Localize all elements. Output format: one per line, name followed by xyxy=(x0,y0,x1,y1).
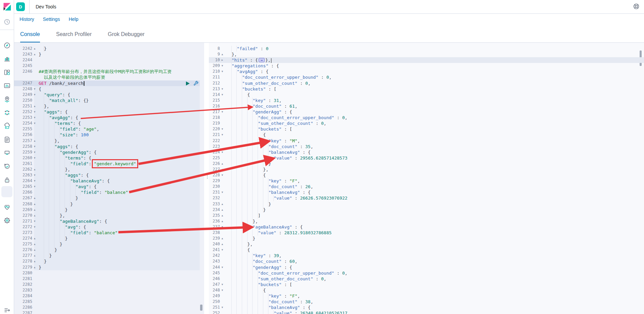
sidebar-item-logs[interactable] xyxy=(0,134,14,145)
fold-marker[interactable]: ▴ xyxy=(220,201,225,207)
collapsed-fold-badge[interactable]: ↔ xyxy=(259,58,265,62)
sidebar-item-apm[interactable] xyxy=(0,147,14,159)
kibana-logo[interactable] xyxy=(0,0,14,13)
fold-marker[interactable]: ▴ xyxy=(220,167,225,172)
menu-link-help[interactable]: Help xyxy=(69,16,78,22)
sidebar-item-recent[interactable] xyxy=(0,16,14,28)
menu-link-settings[interactable]: Settings xyxy=(43,16,60,22)
fold-marker[interactable]: ▴ xyxy=(32,213,37,218)
fold-marker[interactable]: ▴ xyxy=(32,201,37,207)
line-number: 212 xyxy=(209,80,220,86)
line-number: 220 xyxy=(209,126,220,132)
sidebar-item-security[interactable] xyxy=(0,174,14,186)
fold-marker[interactable]: ▴ xyxy=(32,265,37,270)
code-line: 238"value" : 28312.918032786885 xyxy=(209,230,644,236)
line-number: 216 xyxy=(209,103,220,109)
fold-marker[interactable]: ▴ xyxy=(32,236,37,241)
sidebar-item-canvas[interactable] xyxy=(0,80,14,92)
fold-marker[interactable]: ▾ xyxy=(220,86,225,92)
line-number: 217 xyxy=(209,109,220,115)
fold-marker[interactable]: ▾ xyxy=(32,92,37,98)
fold-marker[interactable]: ▾ xyxy=(32,144,37,149)
fold-marker[interactable]: ▴ xyxy=(32,247,37,253)
panel-resize-handle[interactable]: ⋮ xyxy=(204,43,209,314)
fold-marker[interactable]: ▾ xyxy=(32,172,37,178)
fold-marker[interactable]: ▾ xyxy=(220,92,225,98)
sidebar-item-snapshot[interactable] xyxy=(0,120,14,132)
fold-marker[interactable]: ▾ xyxy=(220,172,225,178)
fold-marker[interactable]: ▾ xyxy=(32,86,37,92)
menu-link-history[interactable]: History xyxy=(20,16,34,22)
fold-marker[interactable]: ▴ xyxy=(32,167,37,172)
code-line: 2262▴}, xyxy=(14,167,204,172)
sidebar-item-maps[interactable] xyxy=(0,94,14,105)
fold-marker[interactable]: ▾ xyxy=(220,189,225,195)
sidebar-item-management[interactable] xyxy=(0,215,14,226)
sidebar-item-uptime[interactable] xyxy=(0,161,14,172)
line-number: 226 xyxy=(209,161,220,167)
line-number: 222 xyxy=(209,138,220,144)
fold-marker[interactable]: ▴ xyxy=(220,236,225,241)
fold-marker[interactable]: ▴ xyxy=(220,213,225,218)
fold-marker[interactable]: ▾ xyxy=(220,265,225,270)
tab-console[interactable]: Console xyxy=(20,31,40,42)
fold-marker[interactable]: ▴ xyxy=(32,138,37,144)
fold-marker[interactable]: ▾ xyxy=(220,126,225,132)
sidebar-item-discover[interactable] xyxy=(0,40,14,51)
code-line: 2247GET /bank/_search xyxy=(14,80,204,86)
sidebar-item-dashboard[interactable] xyxy=(0,67,14,78)
sidebar-item-machine-learning[interactable] xyxy=(0,107,14,118)
fold-marker[interactable]: ▾ xyxy=(220,132,225,138)
fold-marker[interactable]: ▴ xyxy=(220,241,225,247)
fold-marker[interactable]: ▴ xyxy=(220,161,225,167)
tab-grok-debugger[interactable]: Grok Debugger xyxy=(108,31,145,42)
fold-marker[interactable]: ▴ xyxy=(220,207,225,213)
code-line: 249"key" : "F", xyxy=(209,293,644,299)
fold-marker[interactable]: ▴ xyxy=(32,46,37,51)
code-line: 2273"field": "balance" xyxy=(14,230,204,236)
fold-marker[interactable]: ▾ xyxy=(220,305,225,310)
fold-marker[interactable]: ▾ xyxy=(220,69,225,74)
fold-marker[interactable]: ▴ xyxy=(32,241,37,247)
fold-marker[interactable]: ▾ xyxy=(220,287,225,293)
response-viewer[interactable]: 8"failed" : 09▴},10▸"hits" : {↔},209▾"ag… xyxy=(209,43,644,314)
fold-marker[interactable]: ▴ xyxy=(32,253,37,258)
help-icon[interactable] xyxy=(633,3,641,11)
fold-marker[interactable]: ▾ xyxy=(32,109,37,115)
fold-marker[interactable]: ▾ xyxy=(32,149,37,155)
fold-marker[interactable]: ▾ xyxy=(32,120,37,126)
fold-marker[interactable]: ▾ xyxy=(220,282,225,287)
fold-marker[interactable]: ▴ xyxy=(32,103,37,109)
fold-marker[interactable]: ▴ xyxy=(220,51,225,57)
fold-marker[interactable]: ▴ xyxy=(32,195,37,201)
request-options-wrench-icon[interactable] xyxy=(193,81,198,86)
fold-marker[interactable]: ▾ xyxy=(220,109,225,115)
code-line: 2285 xyxy=(14,299,204,305)
fold-marker[interactable]: ▴ xyxy=(32,51,37,57)
fold-marker[interactable]: ▾ xyxy=(220,224,225,230)
fold-marker[interactable]: ▾ xyxy=(32,155,37,161)
fold-marker[interactable]: ▾ xyxy=(32,218,37,224)
fold-marker[interactable]: ▾ xyxy=(220,149,225,155)
code-line: 2259▾"genderAgg": { xyxy=(14,149,204,155)
fold-marker[interactable]: ▴ xyxy=(220,218,225,224)
fold-marker[interactable]: ▾ xyxy=(220,63,225,69)
fold-marker[interactable]: ▸ xyxy=(220,57,225,63)
send-request-button[interactable] xyxy=(186,81,190,85)
fold-marker[interactable]: ▴ xyxy=(32,258,37,264)
fold-marker[interactable]: ▴ xyxy=(32,207,37,213)
code-line: 2250"match_all": {} xyxy=(14,98,204,103)
fold-marker[interactable]: ▾ xyxy=(32,224,37,230)
fold-marker[interactable]: ▾ xyxy=(220,247,225,253)
fold-marker[interactable]: ▾ xyxy=(32,178,37,184)
line-number: 2263 xyxy=(14,172,32,178)
collapse-nav-button[interactable] xyxy=(0,305,14,314)
sidebar-item-dev-tools[interactable] xyxy=(0,188,14,199)
tab-search-profiler[interactable]: Search Profiler xyxy=(56,31,92,42)
fold-marker[interactable]: ▾ xyxy=(32,115,37,120)
sidebar-item-visualize[interactable] xyxy=(0,53,14,65)
sidebar-item-monitoring[interactable] xyxy=(0,201,14,213)
fold-marker[interactable]: ▾ xyxy=(32,184,37,189)
request-editor[interactable]: 2242▴}2243▴}224422452246##查询所有年龄分布，并且这些年… xyxy=(14,43,204,314)
code-line: 213▾"buckets" : [ xyxy=(209,86,644,92)
